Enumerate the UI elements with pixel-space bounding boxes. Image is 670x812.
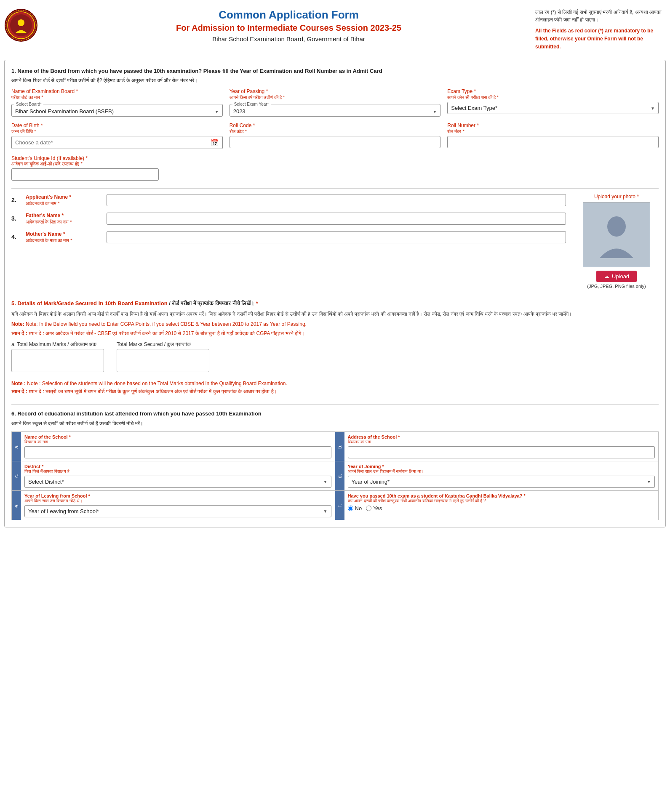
upload-hint: (JPG, JPEG, PNG files only) <box>574 284 659 289</box>
kasturba-inner: Have you passed 10th exam as a student o… <box>344 491 659 520</box>
section4-label-hindi: आवेदनकर्ता के माता का नाम * <box>26 238 72 243</box>
field-roll-code: Roll Code * रोल कोड * <box>230 122 441 148</box>
upload-button[interactable]: ☁ Upload <box>596 271 637 282</box>
form-title: Common Application Form <box>46 8 531 21</box>
roll-code-label-hindi: रोल कोड * <box>230 129 441 134</box>
dob-label: Date of Birth * <box>11 122 223 128</box>
total-max-label: a. Total Maximum Marks / अधिकतम अंक <box>11 341 104 347</box>
board-label-hindi: परीक्षा बोर्ड का नाम * <box>11 95 223 100</box>
section-3-row: 3. Father's Name * आवेदनकर्ता के पिता का… <box>11 212 566 225</box>
year-label: Year of Passing * <box>230 88 441 94</box>
cell-year-joining: d. Year of Joining * आपने किस साल उस विद… <box>335 461 659 490</box>
school-row-1: a. Name of the School * विद्यालय का नाम … <box>12 432 658 461</box>
school-name-input[interactable] <box>24 446 331 458</box>
board-select[interactable]: Bihar School Examination Board (BSEB) <box>12 106 222 116</box>
cell-district: c. District * जिस जिले में आपका विद्यालय… <box>12 461 335 490</box>
upload-cloud-icon: ☁ <box>604 273 609 280</box>
year-leaving-field-label: Year of Leaving from School * <box>24 493 331 498</box>
section2-num: 2. <box>11 197 21 203</box>
field-board: Name of Examination Board * परीक्षा बोर्… <box>11 88 223 117</box>
applicant-name-input[interactable] <box>107 194 566 206</box>
school-address-letter: b. <box>335 432 344 461</box>
year-joining-select-wrap[interactable]: Year of Joining* <box>348 476 655 488</box>
field-total-max: a. Total Maximum Marks / अधिकतम अंक <box>11 341 104 372</box>
exam-type-label: Exam Type * <box>447 88 659 94</box>
section3-num: 3. <box>11 215 21 222</box>
board-legend: Select Board* <box>14 102 43 106</box>
header-center: Common Application Form For Admission to… <box>46 8 531 43</box>
field-total-secured: Total Marks Secured / कुल प्राप्तांक <box>117 341 209 372</box>
district-hindi: जिस जिले में आपका विद्यालय है <box>24 469 331 474</box>
section2-label-hindi: आवेदनकर्ता का नाम * <box>26 201 59 206</box>
section2-label-block: Applicant's Name * आवेदनकर्ता का नाम * <box>26 194 101 206</box>
kasturba-hindi: क्या आपने दसवीं की परीक्षा कस्तूरबा गाँध… <box>348 498 655 503</box>
svg-point-6 <box>607 216 626 237</box>
total-max-input[interactable] <box>11 349 104 372</box>
exam-type-select-wrap[interactable]: Select Exam Type* <box>447 102 659 114</box>
cell-school-address: b. Address of the School * विद्यालय का प… <box>335 432 659 461</box>
section2-label: Applicant's Name * <box>26 194 71 200</box>
section5-note: Note: Note: In the Below field you need … <box>11 320 659 328</box>
field-unique-id-wrap: Student's Unique Id (If available) * आवे… <box>11 155 659 181</box>
school-address-hindi: विद्यालय का पता <box>348 439 655 445</box>
district-letter: c. <box>12 461 21 490</box>
roll-number-input[interactable] <box>447 136 659 148</box>
section4-label: Mother's Name * <box>26 231 65 237</box>
section3-label-block: Father's Name * आवेदनकर्ता के पिता का ना… <box>26 212 101 225</box>
year-leaving-select-wrap[interactable]: Year of Leaving from School* <box>24 505 331 517</box>
form-container: 1. Name of the Board from which you have… <box>4 60 666 527</box>
photo-upload-label: Upload your photo * <box>574 194 659 200</box>
svg-point-3 <box>18 19 24 26</box>
school-row-2: c. District * जिस जिले में आपका विद्यालय… <box>12 461 658 491</box>
exam-type-select[interactable]: Select Exam Type* <box>448 102 658 114</box>
year-select[interactable]: 2023 <box>230 106 440 116</box>
kasturba-letter: f. <box>335 491 344 520</box>
kasturba-no-label[interactable]: No <box>348 505 362 511</box>
field-year: Year of Passing * आपने किस वर्ष परीक्षा … <box>230 88 441 117</box>
section-5: 5. Details of Mark/Grade Secured in 10th… <box>11 299 659 399</box>
divider-3 <box>11 404 659 405</box>
logo <box>4 8 38 42</box>
notice-hindi: लाल रंग (*) से लिखी गई सभी सूचनाएं भरणी … <box>535 8 666 24</box>
year-joining-select[interactable]: Year of Joining* <box>348 476 655 487</box>
section4-label-block: Mother's Name * आवेदनकर्ता के माता का ना… <box>26 231 101 243</box>
school-address-input[interactable] <box>348 446 655 458</box>
roll-number-label: Roll Number * <box>447 122 659 128</box>
district-select-wrap[interactable]: Select District* <box>24 476 331 488</box>
exam-type-label-hindi: आपने कौन सी परीक्षा पास की है * <box>447 95 659 100</box>
year-leaving-letter: e. <box>12 491 21 520</box>
father-name-input[interactable] <box>107 213 566 225</box>
row-board-year-exam: Name of Examination Board * परीक्षा बोर्… <box>11 88 659 117</box>
dob-input[interactable] <box>15 139 211 146</box>
dob-date-wrap[interactable]: 📅 <box>11 136 223 149</box>
kasturba-yes-label[interactable]: Yes <box>366 505 382 511</box>
school-address-field-label: Address of the School * <box>348 434 655 439</box>
school-section: a. Name of the School * विद्यालय का नाम … <box>11 431 659 520</box>
district-select[interactable]: Select District* <box>25 476 331 487</box>
sections-234-left: 2. Applicant's Name * आवेदनकर्ता का नाम … <box>11 194 566 289</box>
section5-note-hindi: ध्यान दें : ध्यान दें : अगर आवेदक ने परी… <box>11 330 659 337</box>
kasturba-no-radio[interactable] <box>348 506 353 511</box>
year-select-wrap[interactable]: Select Exam Year* 2023 <box>230 102 441 117</box>
unique-id-label: Student's Unique Id (If available) * <box>11 155 88 161</box>
school-name-field-label: Name of the School * <box>24 434 331 439</box>
unique-id-label-hindi: आवेदन का यूनिक आई-डी (यदि उपलब्ध हो) * <box>11 161 659 167</box>
unique-id-input[interactable] <box>11 168 159 181</box>
divider-2 <box>11 294 659 294</box>
district-inner: District * जिस जिले में आपका विद्यालय है… <box>21 461 335 490</box>
header-notice: लाल रंग (*) से लिखी गई सभी सूचनाएं भरणी … <box>531 8 666 51</box>
roll-code-input[interactable] <box>230 136 441 148</box>
section5-note2: Note : Note : Selection of the students … <box>11 380 659 388</box>
year-legend: Select Exam Year* <box>232 102 271 106</box>
kasturba-yes-radio[interactable] <box>366 506 371 511</box>
mother-name-input[interactable] <box>107 231 566 243</box>
section5-note2-box: Note : Note : Selection of the students … <box>11 376 659 399</box>
year-joining-letter: d. <box>335 461 344 490</box>
board-select-wrap[interactable]: Select Board* Bihar School Examination B… <box>11 102 223 117</box>
section3-label: Father's Name * <box>26 213 64 218</box>
school-row-3: e. Year of Leaving from School * आपने कि… <box>12 491 658 520</box>
total-secured-input[interactable] <box>117 349 209 372</box>
calendar-icon[interactable]: 📅 <box>211 138 219 146</box>
year-leaving-select[interactable]: Year of Leaving from School* <box>25 506 331 517</box>
dob-label-hindi: जन्म की तिथि * <box>11 129 223 134</box>
